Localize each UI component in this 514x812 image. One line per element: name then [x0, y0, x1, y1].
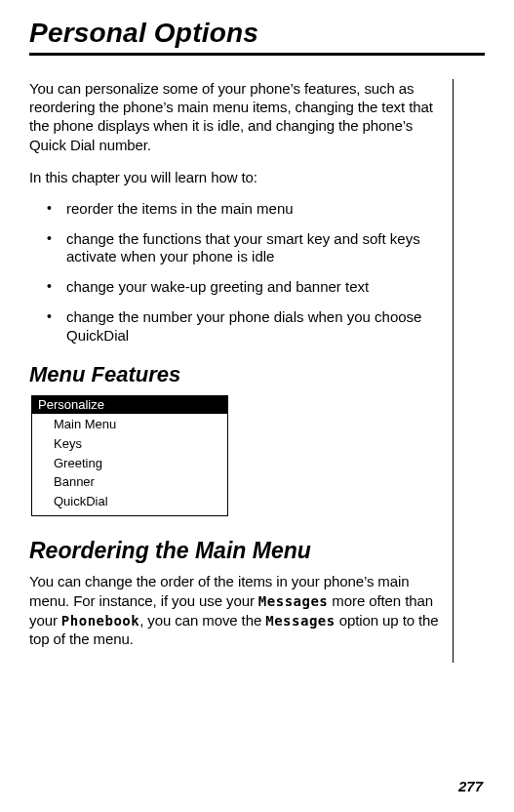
list-item: change your wake-up greeting and banner … [29, 278, 423, 297]
list-item: change the functions that your smart key… [29, 230, 423, 267]
menu-features-heading: Menu Features [29, 362, 441, 387]
column-divider [453, 79, 454, 663]
mono-term-phonebook: Phonebook [61, 613, 139, 629]
reorder-heading: Reordering the Main Menu [29, 538, 441, 564]
main-column: You can personalize some of your phone’s… [29, 79, 449, 663]
menu-feature-box: Personalize Main Menu Keys Greeting Bann… [31, 395, 228, 516]
mono-term-messages: Messages [258, 593, 328, 609]
menu-box-item: QuickDial [32, 493, 227, 512]
menu-box-header: Personalize [32, 396, 227, 414]
page-number: 277 [458, 778, 483, 794]
menu-box-item: Greeting [32, 455, 227, 474]
main-column-wrap: You can personalize some of your phone’s… [29, 79, 485, 663]
mono-term-messages-2: Messages [265, 613, 335, 629]
page-title: Personal Options [29, 18, 485, 49]
menu-box-items: Main Menu Keys Greeting Banner QuickDial [32, 414, 227, 515]
reorder-paragraph: You can change the order of the items in… [29, 572, 441, 648]
list-item: change the number your phone dials when … [29, 308, 423, 345]
page-container: Personal Options You can personalize som… [0, 0, 514, 812]
intro-paragraph: You can personalize some of your phone’s… [29, 79, 441, 154]
title-divider [29, 53, 485, 56]
list-item: reorder the items in the main menu [29, 200, 423, 219]
learn-intro: In this chapter you will learn how to: [29, 168, 441, 186]
menu-box-item: Keys [32, 435, 227, 455]
menu-box-item: Main Menu [32, 416, 227, 435]
menu-box-item: Banner [32, 473, 227, 493]
learn-list: reorder the items in the main menu chang… [29, 200, 441, 345]
text-fragment: , you can move the [139, 612, 265, 629]
